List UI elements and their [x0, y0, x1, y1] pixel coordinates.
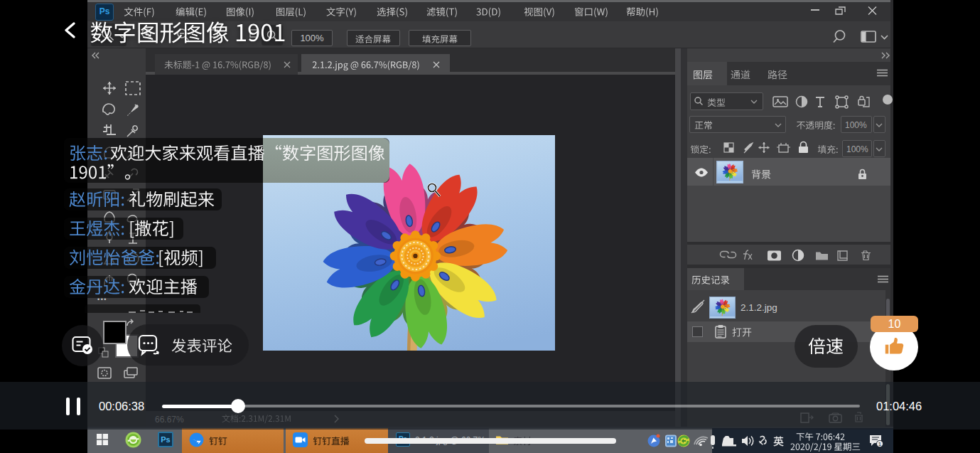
svg-text:1: 1 [878, 441, 882, 447]
